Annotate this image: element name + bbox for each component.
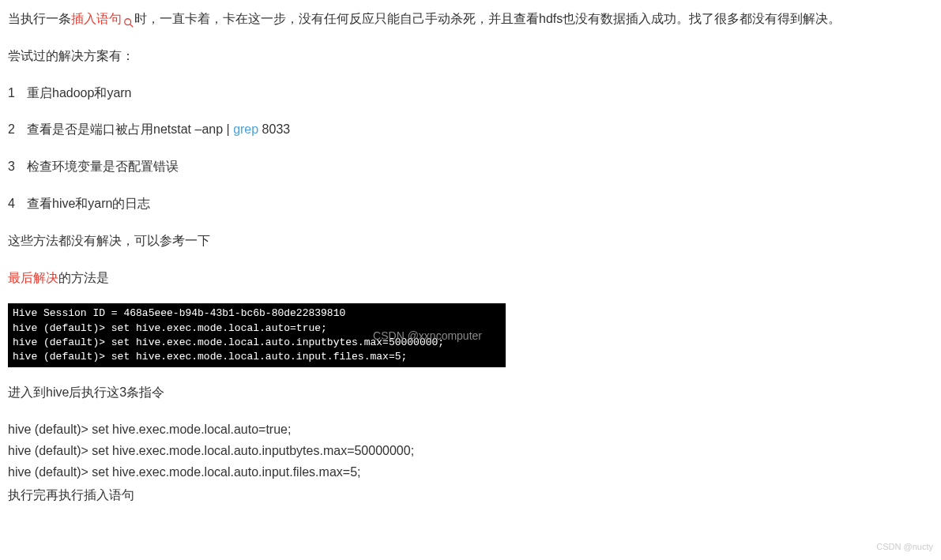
svg-line-1 xyxy=(130,24,134,28)
link-grep[interactable]: grep xyxy=(233,122,258,136)
paragraph-tried-solutions: 尝试过的解决方案有： xyxy=(8,45,933,68)
highlight-final-solution: 最后解决 xyxy=(8,271,58,284)
article-content: 当执行一条插入语句时，一直卡着，卡在这一步，没有任何反应只能自己手动杀死，并且查… xyxy=(8,8,933,507)
command-block: hive (default)> set hive.exec.mode.local… xyxy=(8,419,933,483)
list-text: 查看hive和yarn的日志 xyxy=(27,197,150,210)
list-number: 4 xyxy=(8,193,27,216)
terminal-watermark: CSDN @xxncomputer xyxy=(373,329,482,344)
list-item-1: 1重启hadoop和yarn xyxy=(8,82,933,105)
text-suffix: 时，一直卡着，卡在这一步，没有任何反应只能自己手动杀死，并且查看hdfs也没有数… xyxy=(134,12,841,25)
paragraph-final-solution: 最后解决的方法是 xyxy=(8,267,933,290)
list-item-4: 4查看hive和yarn的日志 xyxy=(8,193,933,216)
text-prefix: 当执行一条 xyxy=(8,12,71,25)
list-number: 1 xyxy=(8,82,27,105)
search-icon[interactable] xyxy=(123,13,134,24)
paragraph-enter-hive: 进入到hive后执行这3条指令 xyxy=(8,381,933,404)
paragraph-not-resolved: 这些方法都没有解决，可以参考一下 xyxy=(8,230,933,253)
list-item-2: 2查看是否是端口被占用netstat –anp | grep 8033 xyxy=(8,118,933,141)
terminal-line: hive (default)> set hive.exec.mode.local… xyxy=(13,351,407,363)
list-text-prefix: 查看是否是端口被占用netstat –anp | xyxy=(27,122,233,136)
paragraph-intro: 当执行一条插入语句时，一直卡着，卡在这一步，没有任何反应只能自己手动杀死，并且查… xyxy=(8,8,933,31)
command-line: hive (default)> set hive.exec.mode.local… xyxy=(8,440,933,461)
svg-point-0 xyxy=(125,19,131,25)
terminal-line: Hive Session ID = 468a5eee-b94b-43b1-bc6… xyxy=(13,307,345,319)
list-number: 2 xyxy=(8,118,27,141)
list-number: 3 xyxy=(8,156,27,179)
text-suffix: 的方法是 xyxy=(58,271,109,284)
command-line: hive (default)> set hive.exec.mode.local… xyxy=(8,461,933,483)
terminal-screenshot: Hive Session ID = 468a5eee-b94b-43b1-bc6… xyxy=(8,303,506,367)
highlight-insert-statement[interactable]: 插入语句 xyxy=(71,12,122,25)
paragraph-execute-again: 执行完再执行插入语句 xyxy=(8,484,933,507)
list-text: 重启hadoop和yarn xyxy=(27,86,132,100)
list-text-suffix: 8033 xyxy=(258,122,290,136)
list-item-3: 3检查环境变量是否配置错误 xyxy=(8,156,933,179)
list-text: 检查环境变量是否配置错误 xyxy=(27,160,179,173)
terminal-line: hive (default)> set hive.exec.mode.local… xyxy=(13,322,327,334)
command-line: hive (default)> set hive.exec.mode.local… xyxy=(8,419,933,440)
